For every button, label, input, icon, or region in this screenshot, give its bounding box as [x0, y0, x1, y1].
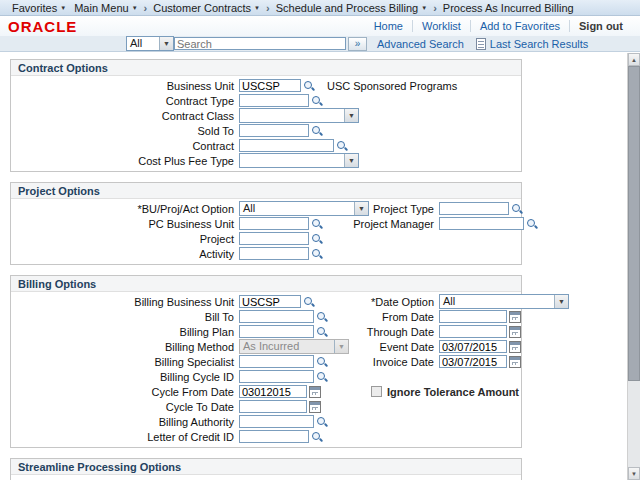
lookup-icon[interactable] — [311, 248, 323, 260]
field-cell: Project Type — [331, 202, 523, 215]
sold-to-input[interactable] — [239, 124, 309, 137]
section-title: Streamline Processing Options — [11, 459, 521, 475]
through-date-input[interactable] — [439, 325, 507, 338]
contract-input[interactable] — [239, 139, 334, 152]
field-row: *BU/Proj/Act Option All ▼ Project Type — [11, 201, 521, 216]
lookup-icon[interactable] — [311, 125, 323, 137]
sign-out-link[interactable]: Sign out — [570, 20, 632, 32]
cost-plus-fee-type-value — [240, 154, 344, 167]
lookup-icon[interactable] — [316, 356, 328, 368]
lookup-icon[interactable] — [316, 311, 328, 323]
cycle-from-date-input[interactable] — [239, 385, 307, 398]
breadcrumb-separator-icon: › — [431, 2, 439, 14]
calendar-icon[interactable] — [309, 386, 321, 398]
event-date-input[interactable] — [439, 340, 507, 353]
calendar-icon[interactable] — [509, 356, 521, 368]
breadcrumb-item-main-menu[interactable]: Main Menu ▼ — [70, 2, 141, 14]
lookup-icon[interactable] — [526, 218, 538, 230]
lookup-icon[interactable] — [336, 140, 348, 152]
project-type-input[interactable] — [439, 202, 509, 215]
contract-type-label: Contract Type — [11, 95, 239, 107]
add-to-favorites-link[interactable]: Add to Favorites — [471, 20, 570, 32]
calendar-icon[interactable] — [509, 341, 521, 353]
breadcrumb-item-process-as-incurred-billing[interactable]: Process As Incurred Billing — [439, 2, 578, 14]
pc-business-unit-input[interactable] — [239, 217, 309, 230]
field-row: Contract Type — [11, 93, 521, 108]
project-manager-input[interactable] — [439, 217, 524, 230]
cost-plus-fee-type-select[interactable]: ▼ — [239, 153, 359, 168]
lookup-icon[interactable] — [311, 95, 323, 107]
field-cell: Invoice Date — [331, 355, 521, 368]
cycle-to-date-input[interactable] — [239, 400, 307, 413]
cycle-from-date-label: Cycle From Date — [11, 386, 239, 398]
field-row: Billing Cycle ID — [11, 369, 521, 384]
field-row: Billing Authority — [11, 414, 521, 429]
lookup-icon[interactable] — [311, 218, 323, 230]
lookup-icon[interactable] — [303, 296, 315, 308]
invoice-date-label: Invoice Date — [331, 356, 439, 368]
vertical-scrollbar[interactable]: ▲ ▼ — [627, 53, 640, 480]
lookup-icon[interactable] — [316, 326, 328, 338]
advanced-search-link[interactable]: Advanced Search — [377, 38, 464, 50]
lookup-icon[interactable] — [316, 416, 328, 428]
billing-plan-input[interactable] — [239, 325, 314, 338]
billing-cycle-id-input[interactable] — [239, 370, 314, 383]
calendar-icon[interactable] — [509, 326, 521, 338]
billing-options-section: Billing Options Billing Business Unit *D… — [10, 275, 522, 448]
field-row: Billing Method As Incurred ▼ Event Date — [11, 339, 521, 354]
business-unit-input[interactable] — [239, 79, 301, 92]
field-row: Cost Plus Fee Type ▼ — [11, 153, 521, 168]
from-date-input[interactable] — [439, 310, 507, 323]
from-date-label: From Date — [331, 311, 439, 323]
field-row: Billing Specialist Invoice Date — [11, 354, 521, 369]
chevron-down-icon: ▼ — [344, 154, 358, 167]
scrollbar-thumb[interactable] — [628, 66, 640, 381]
date-option-select[interactable]: All ▼ — [439, 294, 569, 309]
breadcrumb: Favorites ▼ Main Menu ▼ › Customer Contr… — [0, 0, 640, 16]
bill-to-input[interactable] — [239, 310, 314, 323]
billing-business-unit-label: Billing Business Unit — [11, 296, 239, 308]
business-unit-label: Business Unit — [11, 80, 239, 92]
lookup-icon[interactable] — [311, 431, 323, 443]
billing-specialist-label: Billing Specialist — [11, 356, 239, 368]
search-go-button[interactable]: » — [348, 37, 367, 51]
billing-authority-input[interactable] — [239, 415, 314, 428]
contract-type-input[interactable] — [239, 94, 309, 107]
letter-of-credit-id-input[interactable] — [239, 430, 309, 443]
contract-class-select[interactable]: ▼ — [239, 108, 359, 123]
project-input[interactable] — [239, 232, 309, 245]
oracle-logo: ORACLE — [8, 18, 77, 35]
field-row: Project — [11, 231, 521, 246]
scroll-down-button[interactable]: ▼ — [628, 467, 640, 480]
breadcrumb-item-customer-contracts[interactable]: Customer Contracts ▼ — [149, 2, 264, 14]
letter-of-credit-id-label: Letter of Credit ID — [11, 431, 239, 443]
activity-input[interactable] — [239, 247, 309, 260]
breadcrumb-item-favorites[interactable]: Favorites ▼ — [8, 2, 70, 14]
billing-specialist-input[interactable] — [239, 355, 314, 368]
breadcrumb-item-schedule-process-billing[interactable]: Schedule and Process Billing ▼ — [272, 2, 431, 14]
field-row: Billing Business Unit *Date Option All ▼ — [11, 294, 521, 309]
invoice-date-input[interactable] — [439, 355, 507, 368]
field-cell: *BU/Proj/Act Option All ▼ — [11, 201, 331, 216]
search-input[interactable] — [174, 37, 346, 50]
chevron-down-icon: ▼ — [132, 5, 138, 11]
billing-business-unit-input[interactable] — [239, 295, 301, 308]
billing-method-value: As Incurred — [240, 340, 334, 353]
lookup-icon[interactable] — [303, 80, 315, 92]
last-search-results-icon — [476, 38, 486, 50]
last-search-results-link[interactable]: Last Search Results — [490, 38, 588, 50]
worklist-link[interactable]: Worklist — [413, 20, 471, 32]
scroll-up-button[interactable]: ▲ — [628, 53, 640, 66]
lookup-icon[interactable] — [511, 203, 523, 215]
calendar-icon[interactable] — [309, 401, 321, 413]
contract-options-section: Contract Options Business Unit USC Spons… — [10, 59, 522, 172]
cycle-to-date-label: Cycle To Date — [11, 401, 239, 413]
search-scope-select[interactable]: All ▼ — [126, 36, 174, 51]
contract-class-value — [240, 109, 344, 122]
app-header: ORACLE Home Worklist Add to Favorites Si… — [0, 16, 640, 36]
calendar-icon[interactable] — [509, 311, 521, 323]
contract-label: Contract — [11, 140, 239, 152]
lookup-icon[interactable] — [316, 371, 328, 383]
home-link[interactable]: Home — [365, 20, 413, 32]
lookup-icon[interactable] — [311, 233, 323, 245]
